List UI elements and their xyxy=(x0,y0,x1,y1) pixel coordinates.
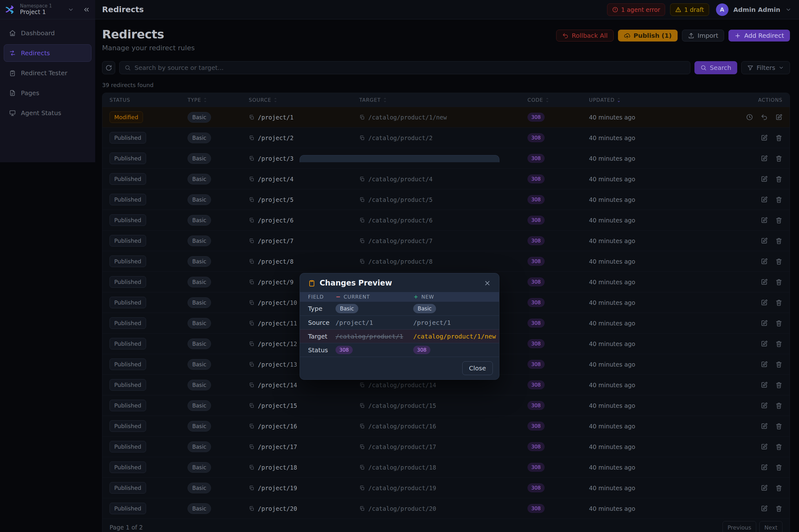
copy-icon[interactable] xyxy=(249,156,254,161)
copy-icon[interactable] xyxy=(249,444,254,450)
copy-icon[interactable] xyxy=(359,464,365,470)
copy-icon[interactable] xyxy=(359,506,365,511)
delete-button[interactable] xyxy=(775,443,782,450)
copy-icon[interactable] xyxy=(249,485,254,491)
delete-button[interactable] xyxy=(775,237,782,244)
history-button[interactable] xyxy=(746,114,753,121)
copy-icon[interactable] xyxy=(359,259,365,264)
add-redirect-button[interactable]: Add Redirect xyxy=(728,30,790,41)
edit-button[interactable] xyxy=(761,505,768,512)
previous-page-button[interactable]: Previous xyxy=(723,521,756,532)
delete-button[interactable] xyxy=(775,175,782,183)
filters-button[interactable]: Filters xyxy=(741,61,790,74)
avatar[interactable]: A xyxy=(716,3,728,16)
edit-button[interactable] xyxy=(761,484,768,491)
delete-button[interactable] xyxy=(775,361,782,368)
edit-button[interactable] xyxy=(761,361,768,368)
table-row[interactable]: Published Basic /project/16 /catalog/pro… xyxy=(102,416,790,436)
undo-button[interactable] xyxy=(761,114,768,121)
sidebar-collapse-icon[interactable] xyxy=(83,6,90,14)
delete-button[interactable] xyxy=(775,422,782,430)
rollback-all-button[interactable]: Rollback All xyxy=(556,30,614,41)
copy-icon[interactable] xyxy=(359,423,365,429)
table-row[interactable]: Published Basic /project/17 /catalog/pro… xyxy=(102,436,790,457)
workspace-switcher[interactable]: Namespace 1 Project 1 xyxy=(0,0,95,19)
copy-icon[interactable] xyxy=(359,403,365,408)
draft-badge[interactable]: 1 draft xyxy=(670,3,709,16)
table-row[interactable]: Published Basic /project/8 /catalog/prod… xyxy=(102,251,790,271)
close-button[interactable]: Close xyxy=(462,361,493,375)
delete-button[interactable] xyxy=(775,505,782,512)
copy-icon[interactable] xyxy=(359,238,365,244)
copy-icon[interactable] xyxy=(359,444,365,450)
copy-icon[interactable] xyxy=(359,135,365,141)
copy-icon[interactable] xyxy=(249,176,254,182)
edit-button[interactable] xyxy=(775,114,782,121)
sidebar-item-pages[interactable]: Pages xyxy=(4,84,92,102)
copy-icon[interactable] xyxy=(359,197,365,203)
column-header-type[interactable]: TYPE xyxy=(188,97,249,103)
delete-button[interactable] xyxy=(775,196,782,203)
copy-icon[interactable] xyxy=(249,341,254,347)
copy-icon[interactable] xyxy=(249,300,254,305)
next-page-button[interactable]: Next xyxy=(759,521,782,532)
edit-button[interactable] xyxy=(761,320,768,327)
refresh-button[interactable] xyxy=(102,61,115,74)
copy-icon[interactable] xyxy=(249,279,254,285)
delete-button[interactable] xyxy=(775,258,782,265)
edit-button[interactable] xyxy=(761,278,768,285)
edit-button[interactable] xyxy=(761,381,768,388)
table-row[interactable]: Published Basic /project/19 /catalog/pro… xyxy=(102,477,790,498)
sidebar-item-agent-status[interactable]: Agent Status xyxy=(4,104,92,122)
delete-button[interactable] xyxy=(775,464,782,471)
column-header-code[interactable]: CODE xyxy=(528,97,589,103)
edit-button[interactable] xyxy=(761,175,768,183)
column-header-updated[interactable]: UPDATED xyxy=(589,97,720,103)
delete-button[interactable] xyxy=(775,155,782,162)
delete-button[interactable] xyxy=(775,320,782,327)
delete-button[interactable] xyxy=(775,381,782,388)
copy-icon[interactable] xyxy=(249,464,254,470)
copy-icon[interactable] xyxy=(359,176,365,182)
agent-error-badge[interactable]: 1 agent error xyxy=(607,3,665,16)
edit-button[interactable] xyxy=(761,443,768,450)
table-row[interactable]: Published Basic /project/6 /catalog/prod… xyxy=(102,210,790,230)
copy-icon[interactable] xyxy=(249,382,254,388)
table-row[interactable]: Modified Basic /project/1 /catalog/produ… xyxy=(102,107,790,127)
table-row[interactable]: Published Basic /project/4 /catalog/prod… xyxy=(102,169,790,189)
copy-icon[interactable] xyxy=(249,362,254,367)
edit-button[interactable] xyxy=(761,237,768,244)
edit-button[interactable] xyxy=(761,464,768,471)
delete-button[interactable] xyxy=(775,299,782,306)
sidebar-item-redirects[interactable]: Redirects xyxy=(4,44,92,62)
copy-icon[interactable] xyxy=(249,320,254,326)
table-row[interactable]: Published Basic /project/18 /catalog/pro… xyxy=(102,457,790,477)
copy-icon[interactable] xyxy=(359,217,365,223)
table-row[interactable]: Published Basic /project/2 /catalog/prod… xyxy=(102,127,790,148)
copy-icon[interactable] xyxy=(249,506,254,511)
copy-icon[interactable] xyxy=(249,135,254,141)
copy-icon[interactable] xyxy=(249,197,254,203)
chevron-down-icon[interactable] xyxy=(68,6,74,13)
edit-button[interactable] xyxy=(761,196,768,203)
import-button[interactable]: Import xyxy=(682,30,724,41)
table-row[interactable]: Published Basic /project/20 /catalog/pro… xyxy=(102,498,790,518)
column-header-source[interactable]: SOURCE xyxy=(249,97,359,103)
edit-button[interactable] xyxy=(761,216,768,224)
copy-icon[interactable] xyxy=(249,259,254,264)
edit-button[interactable] xyxy=(761,299,768,306)
sidebar-item-dashboard[interactable]: Dashboard xyxy=(4,24,92,42)
copy-icon[interactable] xyxy=(359,382,365,388)
table-row[interactable]: Published Basic /project/5 /catalog/prod… xyxy=(102,189,790,210)
edit-button[interactable] xyxy=(761,134,768,141)
copy-icon[interactable] xyxy=(359,485,365,491)
edit-button[interactable] xyxy=(761,258,768,265)
table-row[interactable]: Published Basic /project/15 /catalog/pro… xyxy=(102,395,790,416)
copy-icon[interactable] xyxy=(249,217,254,223)
search-input[interactable] xyxy=(134,64,685,72)
delete-button[interactable] xyxy=(775,402,782,409)
search-button[interactable]: Search xyxy=(695,61,737,74)
copy-icon[interactable] xyxy=(249,403,254,408)
column-header-target[interactable]: TARGET xyxy=(359,97,528,103)
copy-icon[interactable] xyxy=(249,238,254,244)
